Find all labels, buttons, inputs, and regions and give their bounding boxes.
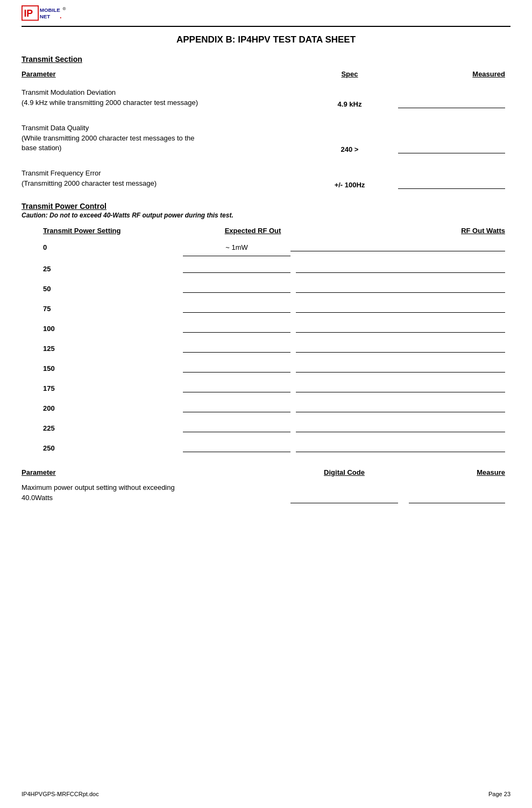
bottom-col-digital-header: Digital Code [290, 468, 398, 476]
power-expected-line-5 [183, 352, 290, 353]
power-expected-line-8 [183, 412, 290, 412]
power-setting-6: 150 [43, 364, 183, 376]
transmit-section: Transmit Section Parameter Spec Measured… [22, 55, 510, 193]
measured-line-2 [398, 153, 505, 153]
transmit-col-headers: Parameter Spec Measured [22, 70, 510, 78]
power-watts-line-2 [296, 292, 505, 293]
bottom-col-param-header: Parameter [22, 468, 290, 476]
svg-text:.: . [60, 12, 61, 20]
power-row-0: 0 ~ 1mW [22, 240, 510, 255]
bottom-param-text-0: Maximum power output setting without exc… [22, 483, 290, 507]
bottom-measure-line-0 [409, 503, 505, 503]
svg-text:MOBILE: MOBILE [40, 7, 60, 13]
power-expected-line-1 [183, 272, 290, 273]
power-watts-line-1 [296, 272, 505, 273]
power-watts-line-0 [290, 251, 505, 251]
transmit-row-3: Transmit Frequency Error(Transmitting 20… [22, 163, 510, 193]
power-setting-4: 100 [43, 325, 183, 336]
col-spec-header: Spec [301, 70, 398, 78]
spec-value-2: 240 > [301, 145, 398, 158]
power-expected-line-2 [183, 292, 290, 293]
header: IP MOBILE NET . ® [22, 5, 510, 27]
footer-right: Page 23 [488, 791, 510, 797]
power-watts-line-6 [296, 372, 505, 373]
page: IP MOBILE NET . ® APPENDIX B: IP4HPV TES… [0, 0, 532, 808]
transmit-power-section: Transmit Power Control Caution: Do not t… [22, 202, 510, 455]
power-row-0-lines [22, 256, 510, 259]
power-row-10: 250 [22, 441, 510, 455]
power-setting-3: 75 [43, 305, 183, 316]
power-row-8: 200 [22, 401, 510, 416]
power-expected-line-7 [183, 392, 290, 392]
power-row-3: 75 [22, 301, 510, 316]
bottom-param-section: Parameter Digital Code Measure Maximum p… [22, 468, 510, 507]
power-setting-2: 50 [43, 285, 183, 296]
svg-text:NET: NET [40, 13, 51, 19]
power-expected-line-9 [183, 432, 290, 432]
measured-line-3 [398, 188, 505, 189]
bottom-digital-line-0 [290, 503, 398, 503]
col-param-header: Parameter [22, 70, 301, 78]
power-col-expected-header: Expected RF Out [183, 227, 323, 235]
power-col-watts-header: RF Out Watts [323, 227, 510, 235]
power-setting-10: 250 [43, 444, 183, 455]
param-text-1: Transmit Modulation Deviation(4.9 kHz wh… [22, 88, 301, 113]
power-expected-line-0 [183, 256, 290, 256]
power-expected-line-3 [183, 312, 290, 313]
spec-value-1: 4.9 kHz [301, 100, 398, 113]
power-row-2: 50 [22, 282, 510, 296]
svg-text:®: ® [62, 6, 66, 11]
power-col-setting-header: Transmit Power Setting [43, 227, 183, 235]
param-text-2: Transmit Data Quality(While transmitting… [22, 123, 301, 158]
power-setting-8: 200 [43, 404, 183, 416]
power-watts-line-8 [296, 412, 505, 412]
power-col-headers: Transmit Power Setting Expected RF Out R… [22, 227, 510, 235]
measured-line-1 [398, 108, 505, 108]
power-row-6: 150 [22, 361, 510, 376]
logo-icon: IP MOBILE NET . ® [22, 5, 98, 23]
power-watts-line-7 [296, 392, 505, 392]
power-watts-line-10 [296, 452, 505, 452]
power-row-9: 225 [22, 421, 510, 435]
bottom-param-row-0: Maximum power output setting without exc… [22, 480, 510, 507]
power-row-4: 100 [22, 321, 510, 336]
power-watts-line-9 [296, 432, 505, 432]
transmit-row-2: Transmit Data Quality(While transmitting… [22, 118, 510, 158]
power-expected-0: ~ 1mW [183, 243, 290, 255]
power-row-7: 175 [22, 381, 510, 396]
logo-area: IP MOBILE NET . ® [22, 5, 98, 23]
power-section-title: Transmit Power Control [22, 202, 510, 210]
power-expected-line-4 [183, 332, 290, 333]
power-setting-9: 225 [43, 424, 183, 435]
col-measured-header: Measured [398, 70, 510, 78]
caution-text: Caution: Do not to exceed 40-Watts RF ou… [22, 212, 510, 219]
power-setting-5: 125 [43, 345, 183, 356]
power-row-1: 25 [22, 262, 510, 276]
power-expected-line-10 [183, 452, 290, 452]
power-row-5: 125 [22, 341, 510, 356]
transmit-section-title: Transmit Section [22, 55, 510, 64]
footer-left: IP4HPVGPS-MRFCCRpt.doc [22, 791, 99, 797]
power-setting-1: 25 [43, 265, 183, 276]
bottom-col-headers: Parameter Digital Code Measure [22, 468, 510, 476]
power-watts-line-4 [296, 332, 505, 333]
spec-value-3: +/- 100Hz [301, 181, 398, 193]
transmit-row-1: Transmit Modulation Deviation(4.9 kHz wh… [22, 82, 510, 113]
svg-text:IP: IP [24, 8, 33, 19]
power-expected-line-6 [183, 372, 290, 373]
bottom-col-measure-header: Measure [398, 468, 510, 476]
param-text-3: Transmit Frequency Error(Transmitting 20… [22, 168, 301, 193]
power-setting-0: 0 [43, 243, 183, 255]
power-watts-line-5 [296, 352, 505, 353]
page-footer: IP4HPVGPS-MRFCCRpt.doc Page 23 [22, 791, 510, 797]
power-watts-line-3 [296, 312, 505, 313]
appendix-title: APPENDIX B: IP4HPV TEST DATA SHEET [22, 34, 510, 45]
power-setting-7: 175 [43, 384, 183, 396]
